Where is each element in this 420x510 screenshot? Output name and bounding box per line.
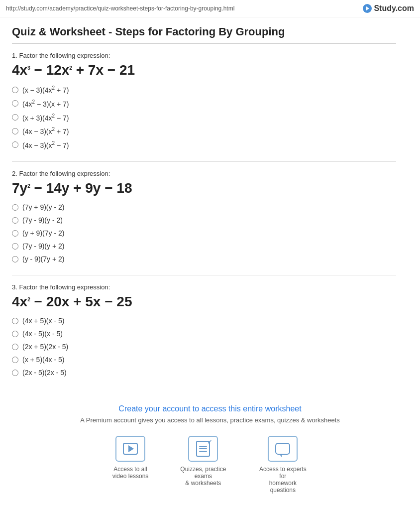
question-2-option-1[interactable]: (7y + 9)(y - 2) (12, 203, 396, 211)
cta-title: Create your account to access this entir… (10, 404, 410, 413)
option-text-1-2: (4x2 − 3)(x + 7) (22, 99, 69, 108)
question-2-option-4[interactable]: (7y - 9)(y + 2) (12, 242, 396, 250)
question-1: 1. Factor the following expression:4x3 −… (12, 52, 396, 149)
question-2-option-3[interactable]: (y + 9)(7y - 2) (12, 229, 396, 237)
question-3-expression: 4x2 − 20x + 5x − 25 (12, 293, 396, 311)
option-text-1-5: (4x − 3)(x2 − 7) (22, 140, 69, 149)
radio-2-4[interactable] (12, 243, 18, 250)
logo-area: Study.com (363, 4, 414, 13)
question-3-label: 3. Factor the following expression: (12, 283, 396, 291)
option-text-1-1: (x − 3)(4x2 + 7) (22, 85, 69, 94)
play-triangle-icon (128, 445, 134, 452)
cta-icon-label-1: Access to allvideo lessons (112, 466, 149, 480)
cta-subtitle: A Premium account gives you access to al… (10, 416, 410, 424)
question-3-options: (4x + 5)(x - 5)(4x - 5)(x - 5)(2x + 5)(2… (12, 317, 396, 377)
option-text-2-2: (7y - 9)(y - 2) (22, 216, 63, 224)
question-3: 3. Factor the following expression:4x2 −… (12, 283, 396, 377)
question-3-option-4[interactable]: (x + 5)(4x - 5) (12, 356, 396, 364)
cta-icon-item-3: Access to experts forhomework questions (258, 436, 308, 494)
question-2-option-5[interactable]: (y - 9)(7y + 2) (12, 255, 396, 263)
option-text-2-4: (7y - 9)(y + 2) (22, 242, 64, 250)
radio-1-3[interactable] (12, 114, 18, 121)
question-3-option-1[interactable]: (4x + 5)(x - 5) (12, 317, 396, 325)
main-content: Quiz & Worksheet - Steps for Factoring B… (0, 17, 408, 377)
radio-1-2[interactable] (12, 100, 18, 107)
question-1-option-2[interactable]: (4x2 − 3)(x + 7) (12, 99, 396, 108)
question-1-expression: 4x3 − 12x2 + 7x − 21 (12, 61, 396, 79)
question-3-option-2[interactable]: (4x - 5)(x - 5) (12, 330, 396, 338)
option-text-3-4: (x + 5)(4x - 5) (22, 356, 64, 364)
option-text-1-3: (x + 3)(4x2 − 7) (22, 113, 69, 122)
question-1-label: 1. Factor the following expression: (12, 52, 396, 59)
cta-icon-chat (268, 436, 298, 462)
option-text-2-1: (7y + 9)(y - 2) (22, 203, 64, 211)
url-bar: http://study.com/academy/practice/quiz-w… (6, 5, 234, 12)
question-1-option-3[interactable]: (x + 3)(4x2 − 7) (12, 113, 396, 122)
cta-icon-label-3: Access to experts forhomework questions (258, 466, 308, 494)
option-text-2-5: (y - 9)(7y + 2) (22, 255, 64, 263)
question-2: 2. Factor the following expression:7y2 −… (12, 170, 396, 263)
page-title: Quiz & Worksheet - Steps for Factoring B… (12, 25, 396, 44)
option-text-1-4: (4x − 3)(x2 + 7) (22, 127, 69, 135)
radio-1-5[interactable] (12, 141, 18, 148)
cta-icon-label-2: Quizzes, practice exams& worksheets (178, 466, 228, 487)
quiz-icon: ✓ (196, 441, 210, 457)
question-1-options: (x − 3)(4x2 + 7)(4x2 − 3)(x + 7)(x + 3)(… (12, 85, 396, 149)
logo-icon (363, 4, 372, 13)
questions-container: 1. Factor the following expression:4x3 −… (12, 52, 396, 377)
question-1-option-5[interactable]: (4x − 3)(x2 − 7) (12, 140, 396, 149)
question-2-options: (7y + 9)(y - 2)(7y - 9)(y - 2)(y + 9)(7y… (12, 203, 396, 263)
radio-3-1[interactable] (12, 318, 18, 324)
question-2-label: 2. Factor the following expression: (12, 170, 396, 177)
radio-2-5[interactable] (12, 256, 18, 262)
radio-1-4[interactable] (12, 128, 18, 134)
cta-icon-item-1: Access to allvideo lessons (112, 436, 149, 494)
radio-2-2[interactable] (12, 217, 18, 224)
option-text-3-1: (4x + 5)(x - 5) (22, 317, 64, 325)
radio-3-5[interactable] (12, 370, 18, 376)
question-2-expression: 7y2 − 14y + 9y − 18 (12, 179, 396, 197)
question-2-option-2[interactable]: (7y - 9)(y - 2) (12, 216, 396, 224)
top-bar: http://study.com/academy/practice/quiz-w… (0, 0, 420, 17)
cta-icon-quiz: ✓ (188, 436, 218, 462)
question-1-option-4[interactable]: (4x − 3)(x2 + 7) (12, 127, 396, 135)
radio-2-1[interactable] (12, 204, 18, 211)
cta-section: Create your account to access this entir… (0, 388, 420, 510)
cta-icon-video (115, 436, 145, 462)
radio-3-3[interactable] (12, 344, 18, 350)
chat-bubble-icon (275, 443, 290, 455)
cta-icons: Access to allvideo lessons✓Quizzes, prac… (10, 436, 410, 494)
question-1-option-1[interactable]: (x − 3)(4x2 + 7) (12, 85, 396, 94)
radio-2-3[interactable] (12, 230, 18, 237)
question-3-option-3[interactable]: (2x + 5)(2x - 5) (12, 343, 396, 351)
option-text-3-3: (2x + 5)(2x - 5) (22, 343, 68, 351)
option-text-2-3: (y + 9)(7y - 2) (22, 229, 64, 237)
option-text-3-2: (4x - 5)(x - 5) (22, 330, 63, 338)
question-3-option-5[interactable]: (2x - 5)(2x - 5) (12, 369, 396, 377)
option-text-3-5: (2x - 5)(2x - 5) (22, 369, 67, 377)
radio-3-2[interactable] (12, 331, 18, 337)
radio-3-4[interactable] (12, 357, 18, 363)
cta-icon-item-2: ✓Quizzes, practice exams& worksheets (178, 436, 228, 494)
radio-1-1[interactable] (12, 87, 18, 93)
logo-text: Study.com (374, 4, 414, 13)
